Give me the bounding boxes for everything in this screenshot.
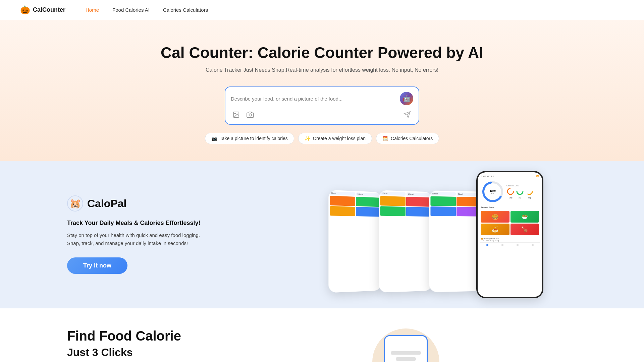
- nav-link-home[interactable]: Home: [86, 7, 99, 13]
- illus-bar-2: [396, 357, 416, 361]
- search-box: 🤖: [225, 86, 419, 125]
- quick-action-plan[interactable]: ✨ Create a weight loss plan: [298, 133, 372, 144]
- try-now-button[interactable]: Try it now: [67, 257, 127, 274]
- phone-mockup-main: S M T W T F S 📶 1240 kcal: [476, 171, 543, 298]
- calopal-logo-row: 🐹 CaloPal: [67, 195, 201, 212]
- nav-link-calculators[interactable]: Calories Calculators: [163, 7, 208, 13]
- phone-mockup-mid2: 17kcal 10kcal: [379, 190, 432, 293]
- send-button[interactable]: [401, 109, 413, 121]
- quick-action-calc[interactable]: 🧮 Calories Calculators: [376, 133, 439, 144]
- phone-mockups: 3kcal 10kcal 17kcal 10kcal: [235, 181, 577, 288]
- search-media-icons: [231, 109, 256, 120]
- quick-action-photo-icon: 📷: [211, 136, 217, 141]
- svg-point-1: [234, 113, 235, 114]
- search-input[interactable]: [231, 96, 396, 102]
- phone-illus-inner: [384, 335, 428, 362]
- svg-point-9: [526, 188, 532, 194]
- logo-text: CalCounter: [33, 6, 65, 13]
- find-food-illustration: [235, 328, 577, 362]
- find-food-section: Find Food Calorie Just 3 Clicks: [0, 308, 644, 362]
- calopal-tagline: Track Your Daily Meals & Calories Effort…: [67, 220, 201, 227]
- quick-action-plan-icon: ✨: [305, 136, 310, 141]
- quick-action-plan-label: Create a weight loss plan: [313, 136, 366, 141]
- nav-links: Home Food Calories AI Calories Calculato…: [86, 7, 208, 13]
- find-food-content: Find Food Calorie Just 3 Clicks: [67, 328, 201, 359]
- image-upload-icon[interactable]: [231, 109, 241, 120]
- calopal-section: 🐹 CaloPal Track Your Daily Meals & Calor…: [0, 161, 644, 308]
- svg-point-2: [249, 114, 251, 116]
- logo[interactable]: 🎃 CalCounter: [20, 5, 65, 15]
- quick-action-photo-label: Take a picture to identify calories: [220, 136, 288, 141]
- quick-action-calc-icon: 🧮: [382, 136, 388, 141]
- calopal-content: 🐹 CaloPal Track Your Daily Meals & Calor…: [67, 195, 201, 274]
- calopal-logo-icon: 🐹: [67, 195, 83, 212]
- phone-mockup-mid1: 12kcal 5kcal: [429, 190, 482, 292]
- phone-illustration: [372, 328, 439, 362]
- hero-subtitle: Calorie Tracker Just Needs Snap,Real-tim…: [20, 67, 624, 73]
- svg-point-7: [507, 188, 514, 194]
- phone-mockup-back: 3kcal 10kcal: [328, 190, 381, 293]
- hero-title: Cal Counter: Calorie Counter Powered by …: [20, 44, 624, 62]
- quick-actions: 📷 Take a picture to identify calories ✨ …: [20, 133, 624, 144]
- svg-point-8: [517, 188, 523, 194]
- camera-icon[interactable]: [245, 109, 256, 120]
- hero-section: Cal Counter: Calorie Counter Powered by …: [0, 20, 644, 161]
- quick-action-calc-label: Calories Calculators: [391, 136, 433, 141]
- navigation: 🎃 CalCounter Home Food Calories AI Calor…: [0, 0, 644, 20]
- nav-link-food-calories[interactable]: Food Calories AI: [112, 7, 150, 13]
- find-food-subtitle: Just 3 Clicks: [67, 346, 201, 359]
- ai-avatar: 🤖: [400, 92, 413, 105]
- find-food-title: Find Food Calorie: [67, 328, 201, 344]
- logo-icon: 🎃: [20, 5, 30, 15]
- calopal-logo-text: CaloPal: [87, 197, 126, 210]
- quick-action-photo[interactable]: 📷 Take a picture to identify calories: [205, 133, 294, 144]
- illus-bar-1: [391, 351, 421, 355]
- calopal-description: Stay on top of your health with quick an…: [67, 231, 201, 247]
